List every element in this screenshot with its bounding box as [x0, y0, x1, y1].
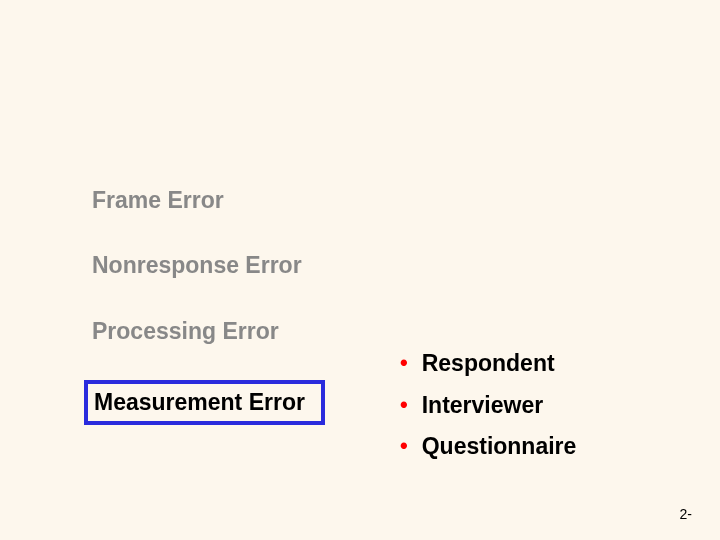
bullet-row-interviewer: • Interviewer — [400, 392, 576, 420]
error-item-measurement: Measurement Error — [94, 390, 305, 415]
bullet-text-respondent: Respondent — [422, 350, 555, 378]
bullet-row-respondent: • Respondent — [400, 350, 576, 378]
bullet-text-interviewer: Interviewer — [422, 392, 543, 420]
left-error-list: Frame Error Nonresponse Error Processing… — [92, 188, 325, 425]
error-item-processing: Processing Error — [92, 319, 325, 344]
error-item-nonresponse: Nonresponse Error — [92, 253, 325, 278]
highlight-box: Measurement Error — [84, 380, 325, 425]
bullet-text-questionnaire: Questionnaire — [422, 433, 577, 461]
error-item-frame: Frame Error — [92, 188, 325, 213]
bullet-icon: • — [400, 350, 408, 376]
bullet-row-questionnaire: • Questionnaire — [400, 433, 576, 461]
bullet-icon: • — [400, 433, 408, 459]
right-bullet-list: • Respondent • Interviewer • Questionnai… — [400, 350, 576, 475]
bullet-icon: • — [400, 392, 408, 418]
slide: Frame Error Nonresponse Error Processing… — [0, 0, 720, 540]
page-number: 2- — [680, 506, 692, 522]
